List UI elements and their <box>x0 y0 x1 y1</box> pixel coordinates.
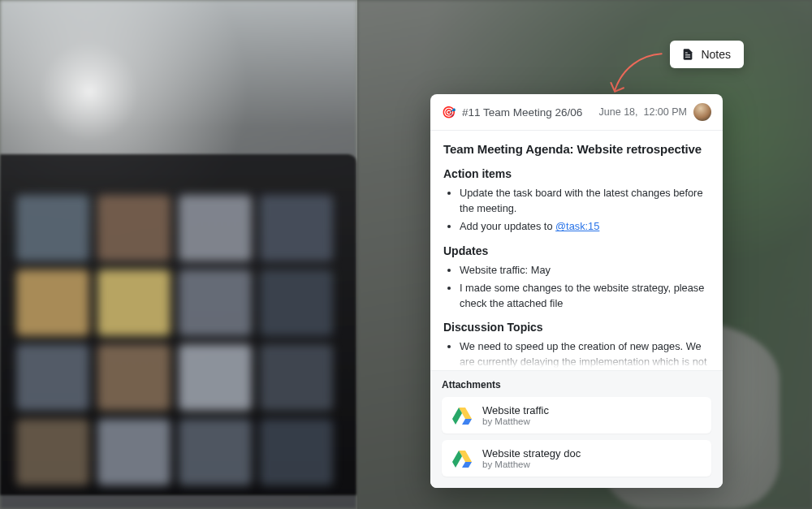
notes-button-label: Notes <box>701 48 731 61</box>
action-items-list: Update the task board with the latest ch… <box>443 185 710 235</box>
agenda-title: Team Meeting Agenda: Website retrospecti… <box>443 142 710 156</box>
gdrive-icon <box>451 448 473 469</box>
attachment-byline: by Matthew <box>482 416 549 426</box>
card-title: #11 Team Meeting 26/06 <box>462 106 582 119</box>
updates-list: Website traffic: May I made some changes… <box>443 262 710 312</box>
attachment-byline: by Matthew <box>482 459 581 469</box>
list-item: Website traffic: May <box>460 262 710 278</box>
gdrive-icon <box>451 405 473 426</box>
avatar[interactable] <box>693 103 711 121</box>
document-icon <box>681 48 694 61</box>
notes-button[interactable]: Notes <box>670 41 744 68</box>
attachments-section: Attachments Website traffic by Matthew <box>430 370 723 488</box>
attachment-item[interactable]: Website strategy doc by Matthew <box>442 440 711 477</box>
background-video-grid <box>0 179 349 471</box>
svg-marker-1 <box>462 419 472 425</box>
card-date: June 18, 12:00 PM <box>599 106 687 118</box>
attachment-item[interactable]: Website traffic by Matthew <box>442 397 711 434</box>
attachments-heading: Attachments <box>442 379 711 390</box>
list-item: Update the task board with the latest ch… <box>460 185 710 216</box>
attachment-name: Website strategy doc <box>482 447 581 459</box>
list-item: We need to speed up the creation of new … <box>460 339 710 370</box>
attachment-name: Website traffic <box>482 404 549 416</box>
discussion-list: We need to speed up the creation of new … <box>443 339 710 370</box>
section-heading-action-items: Action items <box>443 167 710 180</box>
section-heading-updates: Updates <box>443 244 710 257</box>
list-item: Add your updates to @task:15 <box>460 218 710 234</box>
task-link[interactable]: @task:15 <box>555 220 599 232</box>
svg-marker-4 <box>462 462 472 468</box>
card-emoji-icon: 🎯 <box>442 106 456 119</box>
screenshot-stage: Notes 🎯 #11 Team Meeting 26/06 June 18, … <box>0 0 812 509</box>
section-heading-discussion: Discussion Topics <box>443 321 710 334</box>
list-item: I made some changes to the website strat… <box>460 280 710 311</box>
meeting-note-card: 🎯 #11 Team Meeting 26/06 June 18, 12:00 … <box>430 94 723 488</box>
card-header: 🎯 #11 Team Meeting 26/06 June 18, 12:00 … <box>430 94 723 131</box>
card-body: Team Meeting Agenda: Website retrospecti… <box>430 131 723 370</box>
